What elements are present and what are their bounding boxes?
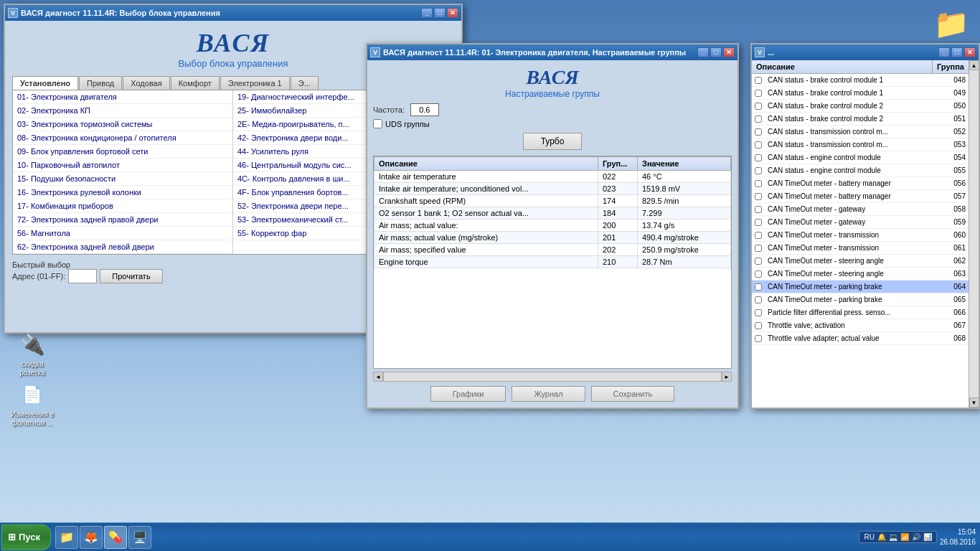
can-item-checkbox[interactable]: [752, 322, 765, 329]
can-item-checkbox[interactable]: [752, 193, 765, 200]
can-item-checkbox[interactable]: [752, 232, 765, 239]
can-item-checkbox[interactable]: [752, 270, 765, 278]
can-list-item[interactable]: CAN status - engine control module054: [752, 151, 969, 164]
diag-maximize-button[interactable]: □: [710, 47, 722, 57]
can-list-item[interactable]: CAN TimeOut meter - gateway058: [752, 203, 969, 216]
taskbar-firefox-icon[interactable]: 🦊: [80, 526, 103, 549]
can-item-checkbox[interactable]: [752, 335, 765, 342]
can-list-item[interactable]: CAN TimeOut meter - steering angle062: [752, 255, 969, 268]
start-button[interactable]: ⊞ Пуск: [1, 524, 51, 550]
can-item-checkbox[interactable]: [752, 283, 765, 291]
can-item-desc: Throttle valve; activation: [765, 321, 940, 330]
can-list-item[interactable]: CAN status - transmission control m...05…: [752, 126, 969, 138]
list-item[interactable]: 15- Подушки безопасности: [13, 172, 232, 186]
can-item-checkbox[interactable]: [752, 128, 765, 136]
list-item[interactable]: 17- Комбинация приборов: [13, 199, 232, 213]
list-item[interactable]: 09- Блок управления бортовой сети: [13, 145, 232, 159]
can-item-group: 050: [940, 101, 969, 110]
minimize-button[interactable]: _: [421, 8, 433, 18]
vasya-main-titlebar[interactable]: V ВАСЯ диагност 11.11.4R: Выбор блока уп…: [5, 5, 461, 21]
desktop-icon-discount[interactable]: 🔌 скидкарозетка: [7, 330, 57, 377]
list-item[interactable]: 01- Электроника двигателя: [13, 90, 232, 104]
uds-checkbox[interactable]: [373, 119, 382, 128]
taskbar-folder-icon[interactable]: 📁: [55, 526, 78, 549]
address-input[interactable]: [68, 269, 97, 283]
can-item-checkbox[interactable]: [752, 258, 765, 265]
can-list-item[interactable]: CAN status - brake control module 2050: [752, 100, 969, 113]
can-list-item[interactable]: CAN TimeOut meter - steering angle063: [752, 268, 969, 281]
scroll-right-button[interactable]: ►: [722, 372, 732, 382]
can-list-item[interactable]: CAN TimeOut meter - parking brake065: [752, 293, 969, 306]
can-close-button[interactable]: ✕: [964, 47, 976, 57]
list-item[interactable]: 72- Электроника задней правой двери: [13, 213, 232, 227]
can-item-checkbox[interactable]: [752, 167, 765, 174]
can-item-checkbox[interactable]: [752, 245, 765, 252]
can-list-item[interactable]: CAN TimeOut meter - gateway059: [752, 216, 969, 229]
taskbar-vasya-icon[interactable]: 💊: [104, 526, 127, 549]
can-scroll-up-button[interactable]: ▲: [969, 60, 979, 70]
can-list-item[interactable]: CAN TimeOut meter - transmission061: [752, 242, 969, 255]
diag-close-button[interactable]: ✕: [723, 47, 735, 57]
journal-button[interactable]: Журнал: [512, 386, 585, 402]
tab-chassis[interactable]: Ходовая: [123, 76, 169, 90]
desktop-icon-pdf[interactable]: 📄 Изменения вфолатном ...: [7, 380, 57, 428]
can-item-checkbox[interactable]: [752, 141, 765, 149]
freq-input[interactable]: [410, 103, 439, 116]
tab-installed[interactable]: Установлено: [12, 76, 78, 90]
can-list-item[interactable]: Particle filter differential press. sens…: [752, 306, 969, 319]
tab-comfort[interactable]: Комфорт: [171, 76, 220, 90]
list-item[interactable]: 56- Магнитола: [13, 227, 232, 240]
can-item-checkbox[interactable]: [752, 296, 765, 303]
horizontal-scrollbar[interactable]: [383, 372, 722, 382]
can-item-group: 066: [940, 308, 969, 317]
can-list-item[interactable]: CAN status - engine control module055: [752, 164, 969, 177]
diag-titlebar[interactable]: V ВАСЯ диагност 11.11.4R: 01- Электроник…: [367, 44, 738, 60]
list-item[interactable]: 16- Электроника рулевой колонки: [13, 186, 232, 199]
cell-desc: Intake air temperature; unconditioned vo…: [374, 183, 598, 195]
can-scrollbar[interactable]: ▲ ▼: [969, 60, 979, 408]
can-list-item[interactable]: CAN TimeOut meter - battery manager056: [752, 177, 969, 190]
tab-electronics2[interactable]: Э...: [291, 76, 319, 90]
can-item-checkbox[interactable]: [752, 206, 765, 213]
can-item-checkbox[interactable]: [752, 90, 765, 97]
can-list-item[interactable]: CAN TimeOut meter - battery manager057: [752, 190, 969, 203]
save-button[interactable]: Сохранить: [591, 386, 675, 402]
can-item-checkbox[interactable]: [752, 180, 765, 187]
taskbar-monitor-icon[interactable]: 🖥️: [128, 526, 151, 549]
tab-drive[interactable]: Привод: [79, 76, 122, 90]
can-item-group: 064: [940, 282, 969, 291]
turbo-button[interactable]: Турбо: [523, 133, 583, 150]
can-item-checkbox[interactable]: [752, 154, 765, 161]
can-list-item[interactable]: CAN status - transmission control m...05…: [752, 138, 969, 151]
list-item[interactable]: 08- Электроника кондиционера / отопителя: [13, 131, 232, 145]
can-item-checkbox[interactable]: [752, 77, 765, 84]
maximize-button[interactable]: □: [434, 8, 446, 18]
can-item-checkbox[interactable]: [752, 103, 765, 110]
can-maximize-button[interactable]: □: [951, 47, 963, 57]
list-item[interactable]: 02- Электроника КП: [13, 104, 232, 118]
scroll-left-button[interactable]: ◄: [373, 372, 383, 382]
can-list-item[interactable]: Throttle valve; activation067: [752, 319, 969, 332]
can-list-item[interactable]: CAN status - brake control module 2051: [752, 113, 969, 126]
diag-minimize-button[interactable]: _: [697, 47, 709, 57]
can-item-checkbox[interactable]: [752, 309, 765, 316]
can-list-item[interactable]: Throttle valve adapter; actual value068: [752, 332, 969, 345]
close-button[interactable]: ✕: [447, 8, 458, 18]
can-titlebar[interactable]: V ... _ □ ✕: [752, 44, 979, 60]
list-item[interactable]: 62- Электроника задней левой двери: [13, 240, 232, 254]
can-list-item[interactable]: CAN TimeOut meter - parking brake064: [752, 281, 969, 293]
can-scroll-down-button[interactable]: ▼: [969, 397, 979, 408]
cell-group: 202: [598, 244, 638, 256]
can-item-group: 059: [940, 217, 969, 227]
list-item[interactable]: 03- Электроника тормозной системы: [13, 118, 232, 131]
can-list-item[interactable]: CAN status - brake control module 1048: [752, 74, 969, 87]
graphs-button[interactable]: Графики: [430, 386, 507, 402]
read-button[interactable]: Прочитать: [100, 269, 162, 283]
can-item-checkbox[interactable]: [752, 219, 765, 226]
can-list-item[interactable]: CAN TimeOut meter - transmission060: [752, 229, 969, 242]
can-list-item[interactable]: CAN status - brake control module 1049: [752, 87, 969, 100]
list-item[interactable]: 10- Парковочный автопилот: [13, 159, 232, 172]
can-item-checkbox[interactable]: [752, 116, 765, 123]
tab-electronics1[interactable]: Электроника 1: [220, 76, 290, 90]
can-minimize-button[interactable]: _: [938, 47, 950, 57]
